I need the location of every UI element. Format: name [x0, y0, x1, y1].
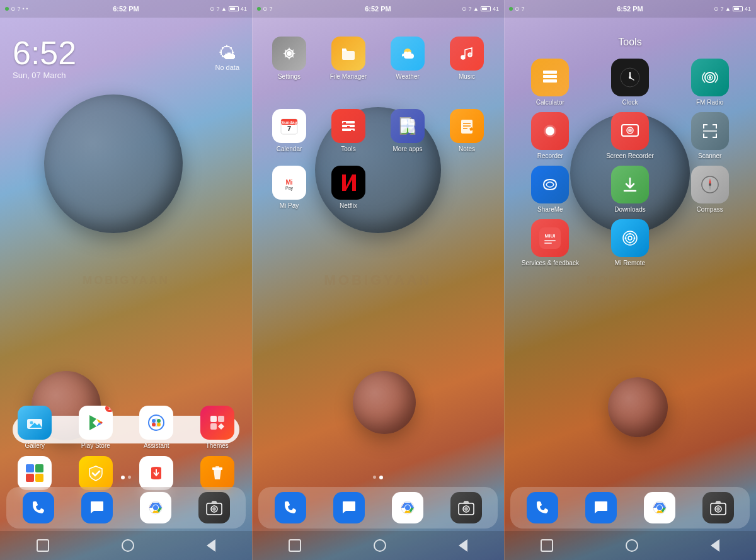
tool-miremote[interactable]: Mi Remote	[593, 219, 667, 266]
dock-camera-3[interactable]	[702, 492, 734, 523]
camera-icon-3	[702, 492, 734, 523]
tool-clock[interactable]: Clock	[593, 59, 667, 106]
tool-fmradio[interactable]: FM Radio	[673, 59, 747, 106]
app-mipay[interactable]: Mi Pay Mi Pay	[261, 166, 317, 210]
calendar-label: Calendar	[277, 146, 302, 153]
filemanager-label: File Manager	[330, 73, 367, 81]
nav-bar-3	[504, 531, 756, 560]
battery-2	[481, 6, 491, 11]
app-assistant[interactable]: Assistant	[128, 406, 185, 450]
svg-point-95	[633, 237, 635, 239]
clock-time: 6:52	[13, 37, 76, 69]
nav-back-2[interactable]	[459, 539, 467, 552]
status-dot-3	[509, 7, 513, 11]
svg-rect-88	[544, 243, 552, 244]
svg-point-34	[468, 53, 472, 57]
tool-screenrecorder[interactable]: Screen Recorder	[593, 112, 667, 159]
status-icons-2: ⊙ ?	[263, 6, 273, 12]
status-bar-3: ⊙ ? 6:52 PM ⊙ ? ▲ 41	[504, 0, 756, 18]
dock-messages-3[interactable]	[585, 492, 617, 523]
cleaner-icon	[200, 456, 234, 490]
tool-shareme[interactable]: ShareMe	[513, 166, 587, 213]
page-dots-2	[252, 476, 504, 479]
svg-rect-48	[408, 127, 415, 133]
svg-point-10	[157, 419, 161, 423]
nav-back-1[interactable]	[207, 539, 215, 552]
tool-downloads[interactable]: Downloads	[593, 166, 667, 213]
nav-circle-3[interactable]	[626, 539, 638, 552]
clock-label: Clock	[622, 99, 638, 106]
svg-point-77	[628, 129, 632, 132]
calculator-label: Calculator	[536, 99, 564, 106]
dock-chrome-2[interactable]	[392, 492, 423, 523]
fmradio-icon	[691, 59, 729, 96]
shareme-label: ShareMe	[537, 206, 563, 213]
tool-recorder[interactable]: Recorder	[513, 112, 587, 159]
nav-back-3[interactable]	[711, 539, 719, 552]
netflix-icon	[331, 166, 365, 200]
tool-compass[interactable]: Compass	[673, 166, 747, 213]
chrome-icon-1	[140, 492, 171, 523]
content-1: 6:52 Sun, 07 March 🌤 No data G 🎤 Gallery	[0, 18, 252, 560]
dock-messages-1[interactable]	[81, 492, 113, 523]
status-icons-1: ⊙ ?	[11, 6, 21, 12]
app-calendar[interactable]: Sunday 7 Calendar	[261, 109, 317, 153]
tool-calculator[interactable]: Calculator	[513, 59, 587, 106]
status-icons-right-2: ⊙ ? ▲	[462, 6, 479, 12]
svg-point-69	[629, 76, 631, 79]
status-icons-right-1: ⊙ ? ▲	[210, 6, 227, 12]
app-music[interactable]: Music	[439, 37, 495, 81]
tool-services[interactable]: MIUI Services & feedback	[513, 219, 587, 266]
nav-circle-1[interactable]	[122, 539, 134, 552]
app-gallery[interactable]: Gallery	[6, 406, 64, 450]
svg-point-31	[287, 52, 291, 55]
app-netflix[interactable]: Netflix	[321, 166, 376, 210]
dock-phone-1[interactable]	[23, 492, 54, 523]
app-playstore[interactable]: 1 Play Store	[67, 406, 125, 450]
app-filemanager[interactable]: File Manager	[321, 37, 376, 81]
status-left-1: ⊙ ? • •	[5, 6, 28, 12]
dock-chrome-3[interactable]	[644, 492, 675, 523]
recorder-label: Recorder	[537, 152, 563, 159]
app-tools[interactable]: Tools	[321, 109, 376, 153]
miremote-icon	[611, 219, 649, 257]
dock-phone-2[interactable]	[275, 492, 306, 523]
playstore-icon: 1	[79, 406, 113, 440]
svg-text:7: 7	[287, 125, 291, 132]
dock-camera-1[interactable]	[198, 492, 230, 523]
themes-icon	[200, 406, 234, 440]
nav-bar-2	[252, 531, 504, 560]
app-weather[interactable]: Weather	[380, 37, 435, 81]
assistant-icon	[139, 406, 173, 440]
nav-square-2[interactable]	[289, 539, 301, 552]
mipay-icon: Mi Pay	[272, 166, 306, 200]
status-bar-1: ⊙ ? • • 6:52 PM ⊙ ? ▲ 41	[0, 0, 252, 18]
tools-label: Tools	[341, 146, 355, 153]
playstore-badge: 1	[105, 406, 113, 412]
dock-chrome-1[interactable]	[140, 492, 171, 523]
nav-circle-2[interactable]	[374, 539, 386, 552]
dock-camera-2[interactable]	[450, 492, 482, 523]
settings-label: Settings	[278, 73, 301, 81]
nav-square-1[interactable]	[37, 539, 49, 552]
tool-scanner[interactable]: Scanner	[673, 112, 747, 159]
messages-icon-1	[81, 492, 113, 523]
dock-phone-3[interactable]	[527, 492, 558, 523]
phone-icon-2	[275, 492, 306, 523]
status-dot-1	[5, 7, 9, 11]
filemanager-icon	[331, 37, 365, 71]
dock-messages-2[interactable]	[333, 492, 365, 523]
app-moreapps[interactable]: More apps	[380, 109, 435, 153]
scanner-icon	[691, 112, 729, 150]
svg-text:Mi: Mi	[285, 179, 292, 186]
battery-pct-3: 41	[745, 6, 751, 12]
svg-rect-62	[543, 71, 557, 74]
battery-pct-1: 41	[241, 6, 247, 12]
svg-rect-44	[351, 130, 353, 131]
nav-square-3[interactable]	[541, 539, 553, 552]
svg-rect-47	[401, 127, 407, 133]
app-notes[interactable]: Notes	[439, 109, 495, 153]
app-themes[interactable]: Themes	[189, 406, 246, 450]
phone-icon-1	[23, 492, 54, 523]
app-settings[interactable]: Settings	[261, 37, 317, 81]
